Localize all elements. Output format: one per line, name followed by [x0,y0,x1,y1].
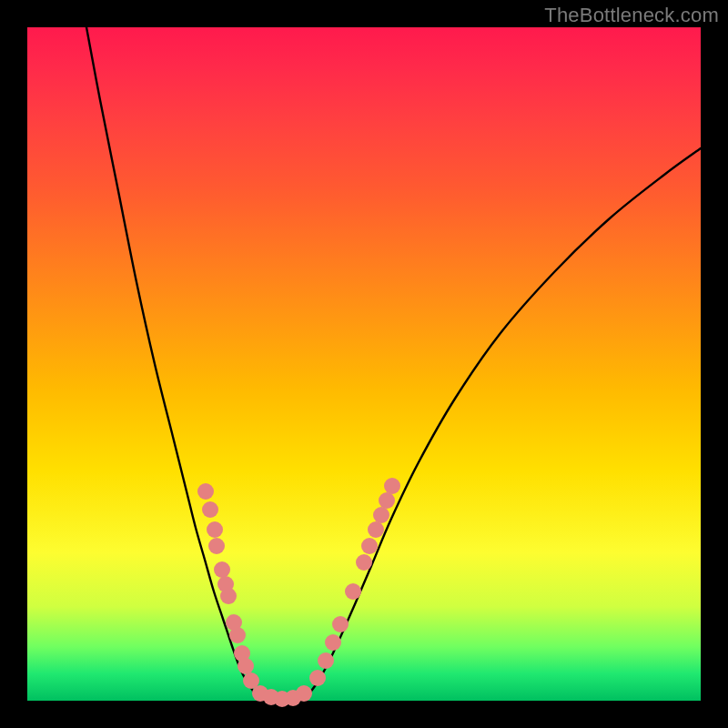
highlight-dot [238,658,254,674]
watermark-text: TheBottleneck.com [544,4,719,27]
highlight-dot [379,492,395,509]
highlight-dot [345,583,361,600]
plot-area [27,27,701,701]
v-curve [86,27,701,699]
highlight-dot [296,685,312,702]
highlight-dot [332,616,349,632]
highlight-dot [356,554,372,571]
highlight-dot [325,634,341,651]
highlight-dot [220,588,237,604]
highlight-dot [368,521,384,538]
highlight-dot [361,538,378,554]
highlight-dots-group [197,478,400,707]
highlight-dot [373,507,389,523]
highlight-dot [229,627,246,643]
highlight-dot [197,483,214,500]
highlight-dot [384,478,400,494]
curve-layer [27,27,701,701]
highlight-dot [207,521,223,538]
chart-stage: TheBottleneck.com [0,0,728,728]
highlight-dot [214,561,230,578]
highlight-dot [208,538,225,554]
highlight-dot [318,652,334,669]
highlight-dot [202,501,218,518]
highlight-dot [309,670,326,686]
